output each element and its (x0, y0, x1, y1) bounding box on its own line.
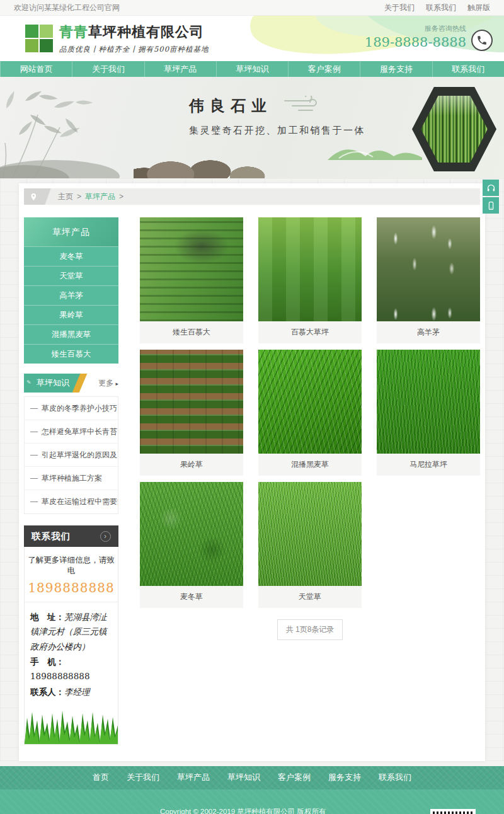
location-pin-icon (24, 188, 51, 205)
main-area: 主页 > 草坪产品 > 草坪产品 麦冬草天堂草高羊茅果岭草混播黑麦草矮生百慕大 (0, 178, 504, 761)
news-item[interactable]: —草坪种植施工方案 (25, 467, 118, 490)
breadcrumb-separator: > (119, 192, 123, 201)
breadcrumb-current[interactable]: 草坪产品 (85, 192, 115, 202)
product-grid: 矮生百慕大 百慕大草坪 高羊茅 (140, 217, 480, 608)
contact-person: 联系人：李经理 (30, 685, 112, 699)
product-image (140, 482, 243, 586)
contact-title: 联系我们 (32, 530, 71, 542)
product-card[interactable]: 果岭草 (140, 350, 243, 476)
logo-square (40, 39, 53, 52)
cloud-decor (281, 96, 321, 112)
footer-nav-item[interactable]: 关于我们 (127, 772, 159, 783)
nav-item[interactable]: 客户案例 (288, 61, 360, 77)
contact-address: 地 址：芜湖县湾沚镇津元村（原三元镇政府办公楼内） (30, 610, 112, 654)
product-card[interactable]: 混播黑麦草 (258, 350, 362, 476)
logo-square (25, 39, 38, 52)
nav-item[interactable]: 草坪知识 (216, 61, 288, 77)
nav-item[interactable]: 联系我们 (432, 61, 504, 77)
rocks-decor (134, 151, 266, 178)
news-title: 草坪知识 (37, 378, 69, 387)
product-card[interactable]: 高羊茅 (377, 217, 480, 343)
footer-nav: 首页关于我们草坪产品草坪知识客户案例服务支持联系我们 (0, 766, 504, 789)
sidebar-product-item[interactable]: 混播黑麦草 (24, 324, 118, 344)
hotline: 服务咨询热线 189-8888-8888 (365, 24, 466, 50)
news-item[interactable]: —引起草坪退化的原因及更新复... (25, 444, 118, 467)
welcome-text: 欢迎访问某某绿化工程公司官网 (14, 3, 120, 13)
logo-square (40, 25, 53, 38)
footer-nav-item[interactable]: 联系我们 (379, 772, 411, 783)
news-more-link[interactable]: 更多 ▸ (98, 378, 118, 389)
topbar: 欢迎访问某某绿化工程公司官网 关于我们联系我们触屏版 (0, 0, 504, 16)
company-name: 青青草坪种植有限公司 (59, 23, 209, 42)
news-item[interactable]: —草皮的冬季养护小技巧 (25, 397, 118, 420)
sidebar: 草坪产品 麦冬草天堂草高羊茅果岭草混播黑麦草矮生百慕大 ✎ 草坪知识 更多 (24, 217, 118, 745)
topbar-links: 关于我们联系我们触屏版 (384, 3, 490, 13)
topbar-link[interactable]: 联系我们 (426, 3, 456, 13)
sidebar-product-item[interactable]: 高羊茅 (24, 285, 118, 305)
footer-nav-item[interactable]: 草坪知识 (227, 772, 260, 783)
banner[interactable]: 伟良石业 集灵璧奇石开挖、加工和销售于一体 (0, 77, 504, 178)
header: 青青草坪种植有限公司 品质优良丨种植齐全丨拥有500亩种植基地 服务咨询热线 1… (0, 16, 504, 61)
grass-photo (25, 708, 118, 744)
headset-icon (486, 183, 496, 193)
sidebar-product-item[interactable]: 天堂草 (24, 266, 118, 285)
mobile-icon (486, 201, 496, 210)
footer-nav-item[interactable]: 草坪产品 (177, 772, 210, 783)
banner-title: 伟良石业 (189, 96, 272, 116)
banner-subtitle: 集灵璧奇石开挖、加工和销售于一体 (189, 125, 365, 137)
sidebar-products-title: 草坪产品 (24, 217, 118, 246)
sidebar-product-item[interactable]: 果岭草 (24, 305, 118, 324)
footer-nav-item[interactable]: 客户案例 (278, 772, 311, 783)
nav-item[interactable]: 服务支持 (360, 61, 432, 77)
product-card[interactable]: 麦冬草 (140, 482, 243, 608)
product-name: 混播黑麦草 (258, 454, 362, 476)
sidebar-product-item[interactable]: 麦冬草 (24, 246, 118, 266)
footer-info: Copyright © 2002-2019 草坪种植有限公司 版权所有24小时服… (160, 805, 419, 814)
contact-arrow-icon[interactable]: › (100, 531, 111, 542)
sidebar-contact: 联系我们 › 了解更多详细信息，请致电 1898888888 地 址：芜湖县湾沚… (24, 525, 118, 745)
nav-item[interactable]: 网站首页 (0, 61, 72, 77)
dash-bullet: — (30, 450, 38, 459)
logo[interactable] (25, 25, 53, 52)
topbar-link[interactable]: 触屏版 (467, 3, 490, 13)
product-name: 马尼拉草坪 (377, 454, 480, 476)
product-card[interactable]: 天堂草 (258, 482, 362, 608)
nav-item[interactable]: 关于我们 (72, 61, 144, 77)
content-container: 主页 > 草坪产品 > 草坪产品 麦冬草天堂草高羊茅果岭草混播黑麦草矮生百慕大 (19, 183, 485, 761)
product-card[interactable]: 矮生百慕大 (140, 217, 243, 343)
product-name: 天堂草 (258, 586, 362, 608)
hotline-label: 服务咨询热线 (365, 24, 466, 33)
product-card[interactable]: 马尼拉草坪 (377, 350, 480, 476)
news-item[interactable]: —怎样避免草坪中长青苔 (25, 420, 118, 444)
news-item[interactable]: —草皮在运输过程中需要注意什... (25, 490, 118, 513)
product-card[interactable]: 百慕大草坪 (258, 217, 362, 343)
product-name: 矮生百慕大 (140, 321, 243, 343)
slogan: 品质优良丨种植齐全丨拥有500亩种植基地 (59, 45, 209, 54)
footer-nav-item[interactable]: 首页 (93, 772, 109, 783)
mobile-version-button[interactable] (483, 197, 499, 214)
customer-service-button[interactable] (483, 180, 499, 196)
product-image (258, 350, 362, 454)
sidebar-product-item[interactable]: 矮生百慕大 (24, 344, 118, 364)
phone-icon (471, 30, 493, 51)
dash-bullet: — (30, 427, 38, 436)
topbar-link[interactable]: 关于我们 (384, 3, 415, 13)
breadcrumb: 主页 > 草坪产品 > (24, 188, 480, 205)
sidebar-products: 草坪产品 麦冬草天堂草高羊茅果岭草混播黑麦草矮生百慕大 (24, 217, 118, 364)
product-name: 百慕大草坪 (258, 321, 362, 343)
nav-item[interactable]: 草坪产品 (144, 61, 216, 77)
product-image (258, 482, 362, 586)
main-nav: 网站首页关于我们草坪产品草坪知识客户案例服务支持联系我们 (0, 61, 504, 77)
dash-bullet: — (30, 474, 38, 483)
dash-bullet: — (30, 497, 38, 506)
footer-info-line: Copyright © 2002-2019 草坪种植有限公司 版权所有 (160, 805, 419, 814)
contact-phone-big: 1898888888 (27, 580, 115, 595)
product-name: 高羊茅 (377, 321, 480, 343)
breadcrumb-home[interactable]: 主页 (58, 192, 73, 202)
logo-square (25, 25, 38, 38)
footer-nav-item[interactable]: 服务支持 (328, 772, 361, 783)
product-image (140, 350, 243, 454)
footer: 青青草坪 Copyright © 2002-2019 草坪种植有限公司 版权所有… (0, 789, 504, 814)
pagination-summary: 共 1页8条记录 (277, 619, 343, 640)
contact-mobile: 手 机：18988888888 (30, 655, 112, 684)
